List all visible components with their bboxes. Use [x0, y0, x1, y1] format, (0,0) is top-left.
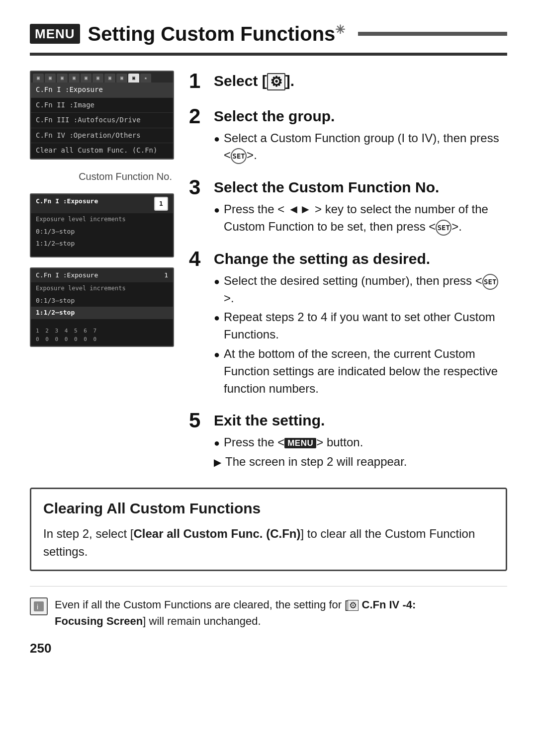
- menu-item-cfn2[interactable]: C.Fn II :Image: [31, 98, 173, 113]
- screen2-fn-label: C.Fn I :Exposure: [36, 197, 98, 211]
- note-text: Even if all the Custom Functions are cle…: [55, 596, 416, 629]
- menu-item-cfn1[interactable]: C.Fn I :Exposure: [31, 83, 173, 98]
- step-4-content: Change the setting as desired. ● Select …: [214, 249, 507, 400]
- step-2: 2 Select the group. ● Select a Custom Fu…: [189, 106, 507, 167]
- step-3-number: 3: [189, 177, 207, 198]
- tab-4[interactable]: ▣: [69, 74, 80, 83]
- left-column: ▣ ▣ ▣ ▣ ▣ ▣ ▣ ▣ ▣ ★ C.Fn I :Exposure C.F…: [30, 71, 174, 473]
- step-1-title: Select [⚙].: [214, 71, 507, 92]
- step-3-title: Select the Custom Function No.: [214, 177, 507, 198]
- main-layout: ▣ ▣ ▣ ▣ ▣ ▣ ▣ ▣ ▣ ★ C.Fn I :Exposure C.F…: [30, 71, 507, 473]
- screen3-fn-label: C.Fn I :Exposure: [36, 271, 98, 280]
- screen2-num-badge: 1: [154, 197, 168, 211]
- menu-item-cfn4[interactable]: C.Fn IV :Operation/Others: [31, 128, 173, 144]
- screen2-sub: Exposure level increments: [31, 213, 173, 226]
- page-number: 250: [30, 639, 507, 657]
- step-5-number: 5: [189, 410, 207, 431]
- bullet-dot-3: ●: [214, 203, 220, 217]
- screen3-opt2[interactable]: 1:1/2–stop: [31, 307, 173, 319]
- title-text: Setting Custom Functions: [88, 23, 336, 45]
- right-column: 1 Select [⚙]. 2 Select the group. ● Sele…: [189, 71, 507, 473]
- bullet-dot-4c: ●: [214, 347, 220, 362]
- step-5-arrow-text: The screen in step 2 will reappear.: [225, 453, 407, 471]
- tab-star[interactable]: ★: [140, 74, 151, 83]
- tab-1[interactable]: ▣: [33, 74, 44, 83]
- tab-2[interactable]: ▣: [45, 74, 56, 83]
- indicator-bot: 0 0 0 0 0 0 0: [31, 333, 173, 346]
- step-4-bullets: ● Select the desired setting (number), t…: [214, 272, 507, 398]
- set-key-4: SET: [482, 274, 498, 290]
- star-mark: ✳: [335, 23, 345, 36]
- step-1-content: Select [⚙].: [214, 71, 507, 95]
- screen3-opt1[interactable]: 0:1/3–stop: [31, 295, 173, 307]
- bullet-dot-5: ●: [214, 436, 220, 450]
- step-5: 5 Exit the setting. ● Press the <MENU> b…: [189, 410, 507, 473]
- step-5-content: Exit the setting. ● Press the <MENU> but…: [214, 410, 507, 473]
- step-5-arrow-item: ▶ The screen in step 2 will reappear.: [214, 453, 507, 471]
- step-5-text-1: Press the <MENU> button.: [224, 434, 363, 451]
- title-decoration: [358, 32, 507, 36]
- page-title-bar: MENU Setting Custom Functions✳: [30, 20, 507, 56]
- tab-5[interactable]: ▣: [81, 74, 91, 83]
- screen2-opt2[interactable]: 1:1/2–stop: [31, 238, 173, 250]
- clearing-section: Clearing All Custom Functions In step 2,…: [30, 488, 507, 571]
- tab-7[interactable]: ▣: [104, 74, 115, 83]
- screen2-opt1[interactable]: 0:1/3–stop: [31, 226, 173, 238]
- clearing-title: Clearing All Custom Functions: [43, 498, 494, 519]
- screen3-header: C.Fn I :Exposure 1: [31, 268, 173, 282]
- clearing-bold: Clear all Custom Func. (C.Fn): [133, 527, 300, 540]
- svg-rect-0: [34, 601, 44, 611]
- menu-key-icon: MENU: [284, 438, 316, 448]
- step-4: 4 Change the setting as desired. ● Selec…: [189, 249, 507, 400]
- bullet-dot-4b: ●: [214, 311, 220, 325]
- screen3-num: 1: [164, 271, 168, 280]
- menu-item-cfn3[interactable]: C.Fn III :Autofocus/Drive: [31, 113, 173, 128]
- step-2-number: 2: [189, 106, 207, 127]
- tab-3[interactable]: ▣: [57, 74, 68, 83]
- menu-item-clear[interactable]: Clear all Custom Func. (C.Fn): [31, 143, 173, 159]
- step-2-bullet-1: ● Select a Custom Function group (I to I…: [214, 130, 507, 165]
- set-key-icon: SET: [231, 148, 247, 164]
- step-4-bullet-1: ● Select the desired setting (number), t…: [214, 272, 507, 307]
- camera-screen-2: C.Fn I :Exposure 1 Exposure level increm…: [30, 193, 174, 257]
- step-2-bullets: ● Select a Custom Function group (I to I…: [214, 130, 507, 165]
- tab-8[interactable]: ▣: [116, 74, 127, 83]
- screen2-header: C.Fn I :Exposure 1: [31, 194, 173, 213]
- note-cfn-bold: C.Fn IV -4:Focusing Screen: [55, 598, 416, 627]
- step-2-content: Select the group. ● Select a Custom Func…: [214, 106, 507, 167]
- step-5-bullets: ● Press the <MENU> button. ▶ The screen …: [214, 434, 507, 471]
- menu-badge: MENU: [30, 24, 80, 44]
- clearing-text: In step 2, select [Clear all Custom Func…: [43, 525, 494, 561]
- step-4-bullet-2: ● Repeat steps 2 to 4 if you want to set…: [214, 309, 507, 343]
- screen3-sub: Exposure level increments: [31, 282, 173, 295]
- bullet-dot-4a: ●: [214, 274, 220, 289]
- step-4-text-1: Select the desired setting (number), the…: [224, 272, 507, 307]
- step-4-title: Change the setting as desired.: [214, 249, 507, 269]
- step-3-bullets: ● Press the < ◄► > key to select the num…: [214, 201, 507, 236]
- note-box: i Even if all the Custom Functions are c…: [30, 586, 507, 629]
- custom-function-no-label: Custom Function No.: [30, 169, 174, 183]
- step-1: 1 Select [⚙].: [189, 71, 507, 95]
- camera-screen-1: ▣ ▣ ▣ ▣ ▣ ▣ ▣ ▣ ▣ ★ C.Fn I :Exposure C.F…: [30, 71, 174, 160]
- step-1-number: 1: [189, 71, 207, 91]
- page-title-text: Setting Custom Functions✳: [88, 20, 346, 48]
- step-4-text-2: Repeat steps 2 to 4 if you want to set o…: [224, 309, 507, 343]
- step-2-title: Select the group.: [214, 106, 507, 127]
- note-icon: i: [30, 597, 48, 615]
- step-3-bullet-text: Press the < ◄► > key to select the numbe…: [224, 201, 507, 236]
- set-key-3: SET: [436, 220, 451, 236]
- note-focusing-screen: Focusing Screen: [55, 615, 143, 627]
- tab-9[interactable]: ▣: [128, 74, 139, 83]
- step-3-bullet-1: ● Press the < ◄► > key to select the num…: [214, 201, 507, 236]
- arrow-bullet-icon: ▶: [214, 455, 221, 470]
- step-5-bullet-1: ● Press the <MENU> button.: [214, 434, 507, 451]
- step-3-content: Select the Custom Function No. ● Press t…: [214, 177, 507, 238]
- step-3: 3 Select the Custom Function No. ● Press…: [189, 177, 507, 238]
- tab-6[interactable]: ▣: [92, 74, 103, 83]
- bullet-dot: ●: [214, 132, 220, 146]
- step-4-bullet-3: ● At the bottom of the screen, the curre…: [214, 345, 507, 397]
- step-5-title: Exit the setting.: [214, 410, 507, 431]
- camera-screen-3: C.Fn I :Exposure 1 Exposure level increm…: [30, 267, 174, 347]
- step-4-number: 4: [189, 249, 207, 269]
- step-4-text-3: At the bottom of the screen, the current…: [224, 345, 507, 397]
